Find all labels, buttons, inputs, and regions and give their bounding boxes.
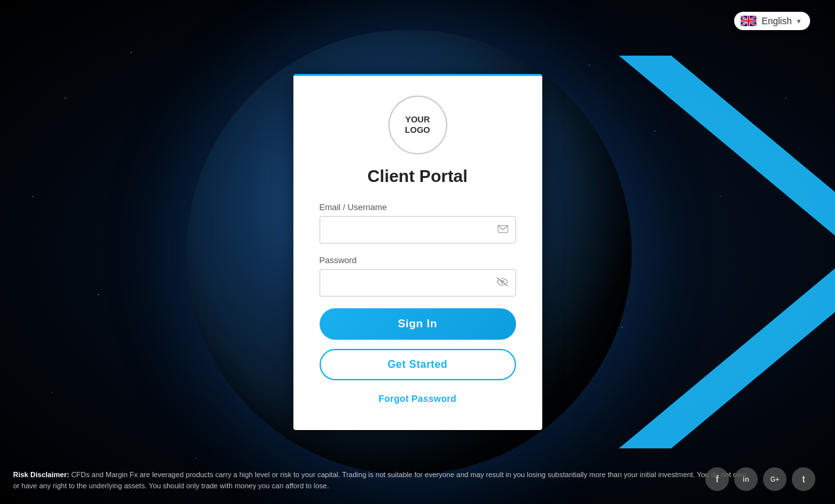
twitter-icon[interactable]: t [792,467,815,491]
svg-point-13 [742,21,743,22]
linkedin-icon[interactable]: in [734,467,758,491]
googleplus-label: G+ [770,476,779,483]
svg-point-10 [743,18,744,19]
linkedin-label: in [743,475,749,483]
getstarted-button[interactable]: Get Started [320,349,516,380]
svg-point-12 [743,23,745,24]
signin-button[interactable]: Sign In [320,308,516,340]
password-input[interactable] [320,269,516,297]
logo-circle: YOUR LOGO [388,96,447,154]
password-label: Password [320,255,516,265]
forgot-password-link[interactable]: Forgot Password [379,393,456,404]
language-label: English [762,16,792,26]
email-form-group: Email / Username [320,202,516,243]
svg-point-14 [745,19,746,20]
login-card: YOUR LOGO Client Portal Email / Username… [293,74,542,430]
password-form-group: Password [320,255,516,297]
language-selector[interactable]: English ▾ [734,12,810,30]
chevron-decoration [580,56,835,448]
logo-line1: YOUR [405,115,430,125]
facebook-label: f [716,474,719,484]
facebook-icon[interactable]: f [705,467,729,491]
social-icons-container: f in G+ t [705,467,815,491]
email-input[interactable] [320,216,516,243]
twitter-label: t [802,474,806,484]
svg-marker-0 [619,56,835,448]
chevron-down-icon: ▾ [797,17,801,26]
email-input-wrapper [320,216,516,243]
flag-icon [741,16,756,26]
svg-point-11 [745,22,747,23]
risk-disclaimer-bold: Risk Disclaimer: [13,471,69,478]
risk-disclaimer: Risk Disclaimer: CFDs and Margin Fx are … [13,469,756,491]
password-input-wrapper [320,269,516,297]
logo-line2: LOGO [405,125,430,135]
portal-title: Client Portal [367,166,468,187]
risk-disclaimer-text: CFDs and Margin Fx are leveraged product… [13,471,749,490]
email-label: Email / Username [320,202,516,212]
googleplus-icon[interactable]: G+ [763,467,787,491]
